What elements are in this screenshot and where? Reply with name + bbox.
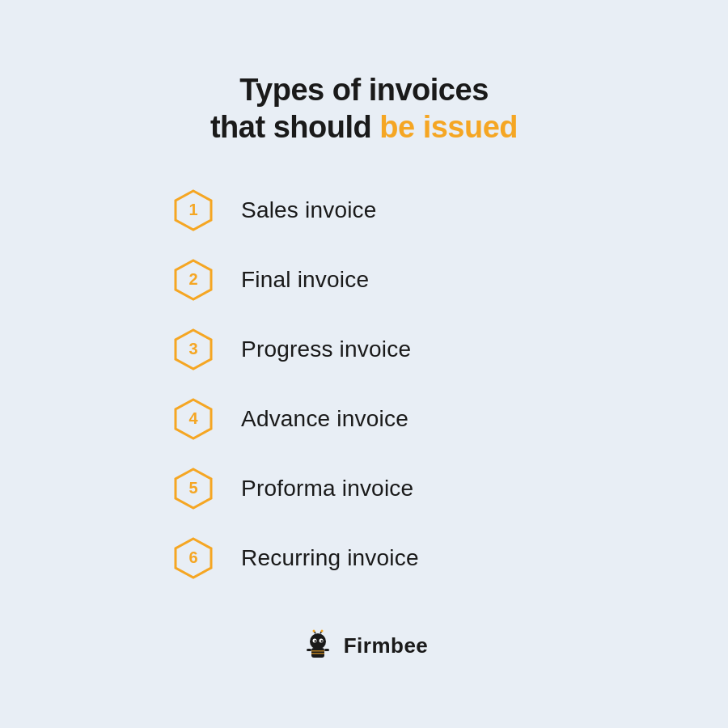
hex-number-1: 1 (188, 201, 197, 219)
svg-point-11 (320, 640, 322, 641)
title-line2-normal: that should (210, 110, 379, 144)
hexagon-wrapper-1: 1 (170, 187, 217, 234)
title-block: Types of invoices that should be issued (210, 72, 518, 146)
hexagon-wrapper-3: 3 (170, 326, 217, 373)
item-label-4: Advance invoice (241, 406, 408, 432)
title-line2-highlight: be issued (379, 110, 518, 144)
svg-rect-19 (324, 649, 329, 651)
item-label-2: Final invoice (241, 267, 369, 293)
svg-point-10 (314, 640, 315, 641)
list-item: 3 Progress invoice (170, 318, 558, 381)
hex-number-2: 2 (188, 270, 197, 289)
invoice-list: 1 Sales invoice 2 Final invoice (170, 179, 558, 590)
svg-rect-16 (311, 650, 324, 652)
brand-name: Firmbee (344, 633, 429, 658)
svg-point-15 (320, 629, 323, 632)
list-item: 6 Recurring invoice (170, 527, 558, 590)
hex-number-6: 6 (188, 548, 197, 567)
list-item: 1 Sales invoice (170, 179, 558, 242)
svg-point-6 (310, 633, 326, 650)
list-item: 2 Final invoice (170, 248, 558, 311)
item-label-6: Recurring invoice (241, 545, 419, 571)
svg-rect-17 (311, 653, 324, 654)
hexagon-wrapper-6: 6 (170, 535, 217, 582)
hexagon-3: 3 (171, 327, 216, 372)
brand-footer: Firmbee (300, 629, 429, 664)
svg-point-14 (312, 629, 315, 632)
brand-logo-icon (300, 629, 336, 664)
hexagon-wrapper-5: 5 (170, 465, 217, 512)
hex-number-4: 4 (188, 409, 197, 428)
title-line2: that should be issued (210, 109, 518, 146)
hexagon-6: 6 (171, 535, 216, 581)
title-line1: Types of invoices (210, 72, 518, 109)
svg-rect-18 (307, 649, 311, 651)
hex-number-3: 3 (188, 340, 197, 358)
hexagon-5: 5 (171, 466, 216, 511)
item-label-3: Progress invoice (241, 336, 411, 362)
hexagon-wrapper-2: 2 (170, 256, 217, 303)
list-item: 4 Advance invoice (170, 387, 558, 451)
hex-number-5: 5 (188, 479, 197, 497)
item-label-1: Sales invoice (241, 197, 377, 223)
hexagon-4: 4 (171, 396, 216, 442)
hexagon-2: 2 (171, 257, 216, 303)
item-label-5: Proforma invoice (241, 476, 413, 502)
hexagon-1: 1 (171, 188, 216, 233)
main-container: Types of invoices that should be issued … (0, 40, 728, 688)
list-item: 5 Proforma invoice (170, 457, 558, 520)
hexagon-wrapper-4: 4 (170, 396, 217, 442)
